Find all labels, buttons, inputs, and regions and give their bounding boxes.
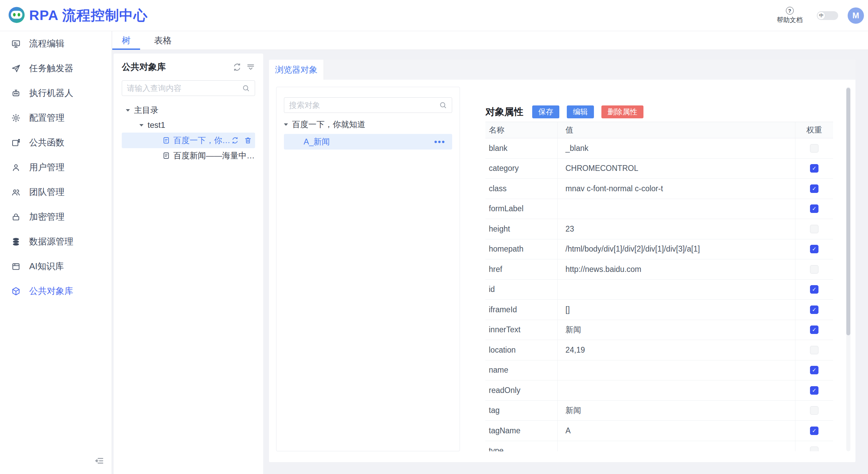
sidebar-item-monitor[interactable]: 流程编辑 bbox=[0, 31, 112, 56]
monitor-icon bbox=[11, 39, 21, 48]
sidebar-item-lock[interactable]: 加密管理 bbox=[0, 204, 112, 229]
tree-node-page-selected[interactable]: 百度一下，你就... bbox=[122, 133, 255, 148]
table-row: height23 bbox=[485, 219, 833, 239]
caret-down-icon[interactable] bbox=[139, 124, 143, 126]
weight-checkbox[interactable] bbox=[810, 346, 818, 354]
library-search-input[interactable] bbox=[127, 84, 242, 93]
tab-browser-object[interactable]: 浏览器对象 bbox=[269, 60, 324, 80]
prop-name: readOnly bbox=[485, 380, 558, 400]
prop-name: name bbox=[485, 360, 558, 380]
prop-value bbox=[558, 380, 795, 400]
table-row: readOnly✓ bbox=[485, 380, 833, 401]
prop-name: formLabel bbox=[485, 199, 558, 219]
search-icon[interactable] bbox=[242, 84, 250, 92]
weight-checkbox[interactable]: ✓ bbox=[810, 305, 818, 314]
user-icon bbox=[11, 163, 21, 172]
prop-name: location bbox=[485, 340, 558, 360]
more-options-icon[interactable]: ••• bbox=[434, 140, 452, 143]
avatar[interactable]: M bbox=[848, 7, 864, 24]
refresh-icon[interactable] bbox=[233, 63, 242, 72]
collapse-all-icon[interactable] bbox=[246, 63, 255, 72]
table-row: formLabel✓ bbox=[485, 199, 833, 219]
weight-checkbox[interactable]: ✓ bbox=[810, 204, 818, 213]
sidebar-item-team[interactable]: 团队管理 bbox=[0, 180, 112, 204]
weight-checkbox[interactable]: ✓ bbox=[810, 285, 818, 294]
caret-down-icon[interactable] bbox=[284, 123, 288, 126]
weight-checkbox[interactable]: ✓ bbox=[810, 184, 818, 193]
scrollbar-track[interactable] bbox=[846, 87, 850, 451]
prop-name: innerText bbox=[485, 320, 558, 340]
weight-checkbox[interactable] bbox=[810, 225, 818, 233]
table-row: location24,19 bbox=[485, 340, 833, 360]
trash-icon[interactable] bbox=[244, 137, 252, 144]
sidebar-item-robot[interactable]: 执行机器人 bbox=[0, 81, 112, 105]
weight-checkbox[interactable]: ✓ bbox=[810, 164, 818, 173]
prop-value bbox=[558, 280, 795, 300]
sidebar-item-user[interactable]: 用户管理 bbox=[0, 155, 112, 180]
robot-icon bbox=[11, 88, 21, 98]
weight-checkbox[interactable] bbox=[810, 144, 818, 153]
table-header: 名称 值 权重 bbox=[485, 122, 833, 138]
weight-checkbox[interactable] bbox=[810, 447, 818, 451]
help-docs-button[interactable]: ? 帮助文档 bbox=[777, 7, 803, 24]
tree-node-root[interactable]: 主目录 bbox=[122, 103, 255, 118]
prop-name: tagName bbox=[485, 421, 558, 441]
weight-checkbox[interactable]: ✓ bbox=[810, 245, 818, 253]
sidebar-item-label: 团队管理 bbox=[29, 186, 64, 198]
object-detail-panel: 浏览器对象 百度一下，你就知道 A_新闻 bbox=[269, 60, 855, 462]
document-icon bbox=[162, 137, 170, 144]
prop-name: iframeId bbox=[485, 300, 558, 320]
weight-checkbox[interactable]: ✓ bbox=[810, 386, 818, 395]
sidebar-item-gear[interactable]: 配置管理 bbox=[0, 105, 112, 130]
app-logo: RPA 流程控制中心 bbox=[0, 6, 148, 25]
sidebar-item-book[interactable]: AI知识库 bbox=[0, 254, 112, 279]
question-icon: ? bbox=[786, 7, 794, 15]
refresh-icon[interactable] bbox=[231, 137, 239, 144]
object-tree-item-selected[interactable]: A_新闻 ••• bbox=[284, 134, 452, 150]
team-icon bbox=[11, 187, 21, 197]
lock-icon bbox=[11, 212, 21, 222]
search-icon[interactable] bbox=[439, 101, 447, 109]
language-toggle[interactable]: 中 bbox=[817, 11, 838, 20]
sidebar: 流程编辑任务触发器执行机器人配置管理公共函数用户管理团队管理加密管理数据源管理A… bbox=[0, 31, 112, 474]
sidebar-item-label: 配置管理 bbox=[29, 112, 64, 124]
sidebar-item-database[interactable]: 数据源管理 bbox=[0, 229, 112, 254]
object-tree: 百度一下，你就知道 A_新闻 ••• bbox=[284, 117, 452, 150]
sidebar-item-function-box[interactable]: 公共函数 bbox=[0, 130, 112, 155]
delete-property-button[interactable]: 删除属性 bbox=[601, 105, 643, 118]
sidebar-menu: 流程编辑任务触发器执行机器人配置管理公共函数用户管理团队管理加密管理数据源管理A… bbox=[0, 31, 112, 303]
weight-checkbox[interactable] bbox=[810, 265, 818, 274]
prop-name: href bbox=[485, 259, 558, 279]
table-row: innerText新闻✓ bbox=[485, 320, 833, 340]
object-tabstrip: 浏览器对象 bbox=[269, 60, 855, 80]
prop-name: category bbox=[485, 159, 558, 179]
table-row: tag新闻 bbox=[485, 401, 833, 421]
sidebar-item-cube[interactable]: 公共对象库 bbox=[0, 279, 112, 303]
edit-button[interactable]: 编辑 bbox=[567, 105, 594, 118]
sidebar-item-label: 任务触发器 bbox=[29, 62, 73, 74]
prop-name: tag bbox=[485, 401, 558, 421]
sidebar-item-label: 数据源管理 bbox=[29, 236, 73, 248]
weight-checkbox[interactable] bbox=[810, 406, 818, 415]
weight-checkbox[interactable]: ✓ bbox=[810, 427, 818, 435]
collapse-sidebar-icon[interactable] bbox=[94, 456, 104, 465]
function-box-icon bbox=[11, 138, 21, 147]
object-tree-root[interactable]: 百度一下，你就知道 bbox=[284, 117, 452, 132]
sidebar-item-send[interactable]: 任务触发器 bbox=[0, 56, 112, 81]
props-table-body: blank_blankcategoryCHROMECONTROL✓classmn… bbox=[485, 138, 833, 451]
prop-value: _blank bbox=[558, 138, 795, 158]
tree-node-page[interactable]: 百度新闻——海量中文资... bbox=[122, 148, 255, 163]
scrollbar-thumb[interactable] bbox=[846, 88, 850, 335]
prop-value: http://news.baidu.com bbox=[558, 259, 795, 279]
tab-tree[interactable]: 树 bbox=[112, 31, 140, 50]
object-search-input[interactable] bbox=[289, 101, 439, 110]
weight-checkbox[interactable]: ✓ bbox=[810, 366, 818, 374]
library-tree: 主目录 test1 百度一下，你就... bbox=[122, 103, 255, 163]
save-button[interactable]: 保存 bbox=[532, 105, 559, 118]
tree-node-folder[interactable]: test1 bbox=[122, 118, 255, 133]
tab-table[interactable]: 表格 bbox=[149, 31, 177, 50]
prop-name: id bbox=[485, 280, 558, 300]
caret-down-icon[interactable] bbox=[126, 109, 130, 112]
prop-name: blank bbox=[485, 138, 558, 158]
weight-checkbox[interactable]: ✓ bbox=[810, 325, 818, 334]
